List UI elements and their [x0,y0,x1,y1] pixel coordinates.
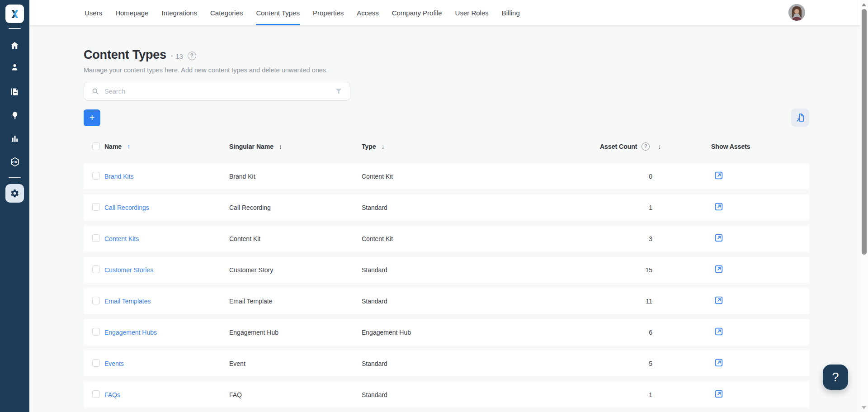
external-link-icon [714,295,724,305]
row-checkbox[interactable] [92,172,100,180]
singular-name-column-label[interactable]: Singular Name [229,143,274,150]
row-checkbox[interactable] [92,297,100,304]
singular-name-cell: Email Template [229,298,362,305]
topnav-item-label: Billing [502,9,520,17]
topnav-item[interactable]: Billing [502,0,520,25]
asset-count-cell: 1 [570,391,652,398]
show-assets-button[interactable] [714,202,724,212]
filter-funnel-icon[interactable] [335,87,343,95]
singular-name-cell: Content Kit [229,235,362,242]
toolbar: + [84,109,809,127]
row-checkbox[interactable] [92,265,100,273]
type-column-label[interactable]: Type [362,143,376,150]
sidebar-item-users[interactable] [0,58,29,76]
singular-name-cell: Call Recording [229,204,362,211]
topnav-item-label: Homepage [115,9,148,17]
asset-count-cell: 1 [570,204,652,211]
content-type-name-link[interactable]: Engagement Hubs [104,329,229,336]
sidebar-item-content[interactable] [0,82,29,100]
topnav-item[interactable]: Integrations [162,0,197,25]
show-assets-button[interactable] [714,264,724,274]
search-input[interactable] [104,88,335,95]
sort-desc-icon[interactable]: ↓ [658,143,661,150]
sidebar-item-ideas[interactable] [0,106,29,124]
show-assets-button[interactable] [714,233,724,243]
show-assets-button[interactable] [714,327,724,336]
external-link-icon [714,389,724,399]
app-logo[interactable] [5,5,24,23]
external-link-icon [714,327,724,336]
topnav-item[interactable]: Access [357,0,378,25]
svg-text:CK: CK [12,160,18,164]
show-assets-button[interactable] [714,170,724,180]
topnav-item[interactable]: Users [85,0,102,25]
sort-desc-icon[interactable]: ↓ [279,143,282,150]
row-checkbox[interactable] [92,203,100,211]
asset-count-cell: 5 [570,360,652,367]
topnav-item-label: Content Types [256,9,300,17]
asset-count-column-label[interactable]: Asset Count [600,143,637,150]
external-link-icon [714,264,724,274]
topnav-item[interactable]: Properties [313,0,344,25]
topnav-item[interactable]: User Roles [455,0,489,25]
sidebar-item-analytics[interactable] [0,130,29,148]
type-cell: Engagement Hub [362,329,570,336]
help-button[interactable]: ? [823,365,848,390]
search-icon [91,87,99,95]
singular-name-cell: Event [229,360,362,367]
title-help-icon[interactable]: ? [188,52,196,60]
asset-count-cell: 15 [570,266,652,274]
content-type-name-link[interactable]: Content Kits [104,235,229,242]
row-checkbox[interactable] [92,359,100,367]
row-checkbox[interactable] [92,390,100,398]
content-type-name-link[interactable]: Email Templates [104,298,229,305]
external-link-icon [714,202,724,212]
singular-name-cell: FAQ [229,391,362,398]
column-header-type: Type ↓ [362,139,385,154]
content-type-name-link[interactable]: Customer Stories [104,266,229,274]
topnav-item[interactable]: Company Profile [392,0,442,25]
avatar[interactable] [788,4,805,21]
sidebar-item-settings-active[interactable] [5,184,24,203]
select-all-checkbox[interactable] [92,142,100,150]
asset-count-cell: 3 [570,235,652,242]
topnav-items: UsersHomepageIntegrationsCategoriesConte… [29,0,860,25]
topnav-item[interactable]: Categories [210,0,243,25]
sidebar-divider [9,28,21,29]
singular-name-cell: Engagement Hub [229,329,362,336]
table-row: FAQs FAQ Standard 1 [84,382,809,407]
row-checkbox[interactable] [92,328,100,336]
import-content-types-button[interactable] [791,109,809,127]
type-cell: Content Kit [362,173,570,180]
content-type-name-link[interactable]: Events [104,360,229,367]
lightbulb-icon [10,111,19,120]
scrollbar-down-arrow-icon[interactable] [862,406,866,409]
content-type-name-link[interactable]: FAQs [104,391,229,398]
sort-asc-icon[interactable]: ↑ [127,143,130,150]
sidebar-item-content-kit[interactable]: CK [0,153,29,171]
row-checkbox[interactable] [92,234,100,242]
name-column-label[interactable]: Name [104,143,122,150]
show-assets-button[interactable] [714,358,724,368]
asset-count-cell: 0 [570,173,652,180]
question-circle-icon[interactable]: ? [642,142,650,151]
x-logo-icon [8,7,22,21]
topnav-item[interactable]: Content Types [256,0,300,25]
content-type-name-link[interactable]: Call Recordings [104,204,229,211]
content-type-name-link[interactable]: Brand Kits [104,173,229,180]
sort-desc-icon[interactable]: ↓ [382,143,385,150]
column-header-singular-name: Singular Name ↓ [229,139,282,154]
scrollbar-thumb[interactable] [862,9,867,255]
vertical-scrollbar[interactable] [860,0,868,412]
topnav-item[interactable]: Homepage [115,0,148,25]
sidebar-item-home[interactable] [0,36,29,54]
show-assets-button[interactable] [714,389,724,399]
sidebar-divider [9,177,21,178]
external-link-icon [714,358,724,368]
add-content-type-button[interactable]: + [84,109,100,126]
topnav-item-label: Integrations [162,9,197,17]
scrollbar-up-arrow-icon[interactable] [862,3,866,6]
type-cell: Content Kit [362,235,570,242]
top-navigation: UsersHomepageIntegrationsCategoriesConte… [29,0,860,25]
show-assets-button[interactable] [714,295,724,305]
